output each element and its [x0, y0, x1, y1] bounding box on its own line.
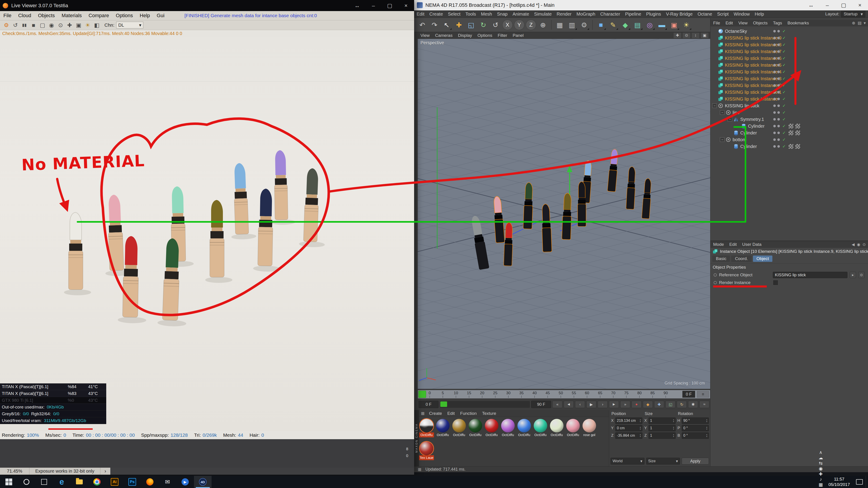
record-scale-button[interactable]: ◱	[665, 401, 675, 408]
material-tag-icon[interactable]	[788, 123, 794, 129]
timeline-scrubber[interactable]	[418, 391, 426, 398]
bookmark-icon[interactable]: ▾	[864, 21, 866, 26]
editor-visibility-dot[interactable]	[773, 91, 776, 94]
tab-object[interactable]: Object	[753, 256, 773, 262]
render-visibility-dot[interactable]	[777, 145, 780, 148]
material-octdiffu[interactable]: OctDiffu	[484, 419, 499, 437]
editor-visibility-dot[interactable]	[773, 57, 776, 60]
vp-menu-display[interactable]: Display	[455, 33, 475, 38]
material-sphere[interactable]	[469, 419, 482, 432]
frame-end-field[interactable]: 90 F	[531, 401, 551, 408]
om-menu-view[interactable]: View	[736, 21, 750, 26]
c4d-menu-character[interactable]: Character	[598, 11, 623, 17]
array-icon[interactable]: ▤	[631, 19, 643, 31]
render-visibility-dot[interactable]	[777, 64, 780, 66]
material-label[interactable]: OctDiffu	[565, 432, 581, 437]
vp-menu-panel[interactable]: Panel	[510, 33, 526, 38]
deformer-icon[interactable]: ◎	[644, 19, 655, 31]
minimize-button[interactable]: –	[819, 0, 835, 10]
primitive-cube-icon[interactable]: ■	[595, 19, 607, 31]
taskbar-app-illustrator[interactable]: Ai	[106, 476, 123, 488]
taskbar-app-start[interactable]	[0, 476, 18, 488]
editor-visibility-dot[interactable]	[773, 118, 776, 121]
spinner-icon[interactable]: ▴▾	[673, 433, 674, 437]
c4d-menu-create[interactable]: Create	[427, 11, 445, 17]
material-label[interactable]: OctDiffu	[549, 432, 564, 437]
maximize-vp-icon[interactable]: ▣	[701, 33, 708, 38]
chevron-right-icon[interactable]: ›	[100, 468, 110, 475]
pan-icon[interactable]: ✚	[674, 33, 681, 38]
minimize-button[interactable]: –	[365, 0, 381, 11]
object-row-kissing-lip-stick-instance-9[interactable]: KISSING lip stick Instance.9✓	[710, 35, 868, 41]
render-visibility-dot[interactable]	[777, 105, 780, 107]
editor-visibility-dot[interactable]	[773, 125, 776, 127]
material-octdiffu[interactable]: OctDiffu	[419, 419, 434, 437]
timeline-options-button[interactable]: ≡	[697, 391, 709, 398]
live-selection-icon[interactable]: ↖	[441, 19, 453, 31]
material-sphere[interactable]	[534, 419, 547, 432]
close-button[interactable]: ×	[398, 0, 414, 11]
taskbar-app-chrome[interactable]	[88, 476, 106, 488]
lock-resolution-icon[interactable]: ◉	[47, 21, 56, 29]
render-visibility-dot[interactable]	[777, 111, 780, 114]
editor-visibility-dot[interactable]	[773, 105, 776, 107]
editor-visibility-dot[interactable]	[773, 43, 776, 46]
next-frame-button[interactable]: ›	[598, 401, 608, 408]
material-label[interactable]: OctDiffu	[500, 432, 515, 437]
object-row-kissing-lip-stick-instance[interactable]: KISSING lip stick Instance✓	[710, 96, 868, 102]
taskbar-app-mail[interactable]: ✉	[159, 476, 176, 488]
coord-field-position-z[interactable]: -35.864 cm▴▾	[615, 432, 643, 439]
enabled-check-icon[interactable]: ✓	[782, 83, 786, 88]
link-arrow-icon[interactable]: ▸	[850, 272, 856, 278]
taskbar-app-firefox[interactable]	[141, 476, 159, 488]
pause-icon[interactable]: ▮▮	[20, 21, 29, 29]
lv-menu-objects[interactable]: Objects	[35, 13, 58, 19]
taskbar-app-photoshop[interactable]: Ps	[123, 476, 141, 488]
tray-update-icon[interactable]: ⊕	[816, 487, 825, 488]
material-octdiffu[interactable]: OctDiffu	[435, 419, 450, 437]
material-octdiffu[interactable]: OctDiffu	[549, 419, 564, 437]
tray-cloud-icon[interactable]: ☁	[816, 455, 825, 460]
apply-button[interactable]: Apply	[682, 458, 709, 464]
material-label[interactable]: OctDiffu	[435, 432, 450, 437]
object-row-kissing-lip-stick-instance-3[interactable]: KISSING lip stick Instance.3✓	[710, 75, 868, 82]
c4d-menu-animate[interactable]: Animate	[510, 11, 531, 17]
om-menu-tags[interactable]: Tags	[770, 21, 785, 26]
am-menu-user-data[interactable]: User Data	[739, 242, 764, 247]
viewport[interactable]: Perspective Grid Spacing : 100 cm	[418, 39, 710, 389]
prev-key-button[interactable]: ◄	[564, 401, 574, 408]
search-icon[interactable]: ⊕	[852, 21, 855, 26]
current-frame-field[interactable]: 0 F	[682, 391, 695, 398]
c4d-menu-pipeline[interactable]: Pipeline	[622, 11, 644, 17]
editor-visibility-dot[interactable]	[773, 111, 776, 114]
taskbar-app-cortana-search[interactable]	[18, 476, 35, 488]
editor-visibility-dot[interactable]	[773, 30, 776, 33]
object-row-octanesky[interactable]: OctaneSky✓	[710, 28, 868, 35]
region-icon[interactable]: ▢	[38, 21, 47, 29]
material-label[interactable]: OctDiffu	[533, 432, 548, 437]
enabled-check-icon[interactable]: ✓	[782, 42, 786, 47]
enabled-check-icon[interactable]: ✓	[782, 35, 786, 40]
render-view[interactable]	[0, 37, 414, 431]
object-row-cylinder[interactable]: Cylinder✓	[710, 129, 868, 136]
palette-grid-icon[interactable]: ▦	[419, 411, 426, 416]
c4d-menu-v-ray-bridge[interactable]: V-Ray Bridge	[663, 11, 695, 17]
enabled-check-icon[interactable]: ✓	[782, 117, 786, 122]
render-visibility-dot[interactable]	[777, 77, 780, 80]
editor-visibility-dot[interactable]	[773, 37, 776, 39]
editor-visibility-dot[interactable]	[773, 64, 776, 66]
render-visibility-dot[interactable]	[777, 37, 780, 39]
undo-icon[interactable]: ↶	[416, 19, 428, 31]
record-parameter-button[interactable]: ✱	[688, 401, 698, 408]
lv-menu-options[interactable]: Options	[112, 13, 136, 19]
lock-x-icon[interactable]: X	[502, 20, 513, 30]
material-tex-laue[interactable]: Tex Laue	[419, 442, 434, 460]
c4d-menu-edit[interactable]: Edit	[414, 11, 427, 17]
rotate-icon[interactable]: ↻	[477, 19, 489, 31]
record-position-button[interactable]: ✚	[654, 401, 664, 408]
editor-visibility-dot[interactable]	[773, 71, 776, 73]
lv-menu-help[interactable]: Help	[136, 13, 153, 19]
editor-visibility-dot[interactable]	[773, 51, 776, 53]
enabled-check-icon[interactable]: ✓	[782, 76, 786, 81]
spinner-icon[interactable]: ▴▾	[640, 433, 641, 437]
